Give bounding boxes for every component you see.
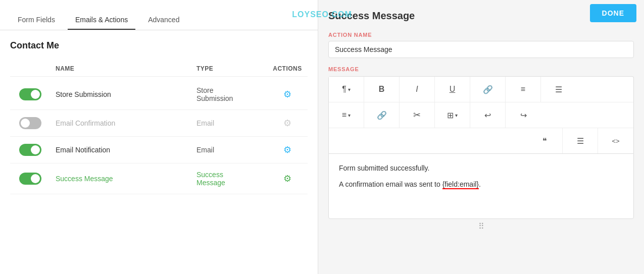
- table-header: NAME TYPE ACTIONS: [10, 61, 308, 77]
- toggle-wrap: [10, 88, 51, 100]
- row-actions-email-notification: ⚙: [267, 144, 308, 155]
- toolbar: ¶ ▾ B I U 🔗: [328, 76, 634, 153]
- app-wrapper: LOYSEO.COM DONE Form Fields Emails & Act…: [0, 0, 644, 274]
- editor-line-2-suffix: .: [479, 180, 481, 188]
- paragraph-icon: ¶: [342, 85, 346, 94]
- link-icon: 🔗: [483, 85, 493, 94]
- bold-icon: B: [379, 85, 385, 94]
- toggle-email-notification[interactable]: [19, 144, 41, 156]
- done-button[interactable]: DONE: [590, 4, 636, 22]
- col-toggle: [10, 65, 51, 72]
- row-type-success-message: SuccessMessage: [196, 171, 267, 187]
- message-label: MESSAGE: [328, 66, 634, 72]
- toolbar-btn-link[interactable]: 🔗: [470, 77, 506, 102]
- row-actions-email-confirmation: ⚙: [267, 118, 308, 129]
- editor-content[interactable]: Form submitted successfully. A confirmat…: [328, 153, 634, 219]
- gear-icon-store-submission[interactable]: ⚙: [283, 89, 291, 100]
- italic-icon: I: [416, 85, 418, 94]
- unlink-icon: ✂: [413, 109, 421, 121]
- toolbar-row-2: ≡ ▾ 🔗 ✂ ⊞ ▾: [329, 102, 633, 128]
- toolbar-btn-redo[interactable]: ↪: [506, 102, 541, 128]
- tab-emails-actions[interactable]: Emails & Actions: [68, 11, 135, 30]
- tab-bar: Form Fields Emails & Actions Advanced: [0, 0, 318, 30]
- row-type-email-notification: Email: [196, 146, 267, 154]
- hyperlink-icon: 🔗: [377, 111, 387, 120]
- col-name-header: NAME: [51, 65, 196, 72]
- align-icon: ≡: [342, 111, 346, 120]
- toggle-wrap: [10, 117, 51, 129]
- row-type-store-submission: StoreSubmission: [196, 86, 267, 102]
- table-row: Store Submission StoreSubmission ⚙: [10, 79, 308, 110]
- unordered-list-icon: ☰: [555, 85, 562, 94]
- toggle-wrap: [10, 144, 51, 156]
- panel-title: Contact Me: [10, 40, 308, 51]
- editor-line-2-prefix: A confirmation email was sent to: [339, 180, 442, 188]
- toggle-wrap: [10, 173, 51, 185]
- toggle-success-message[interactable]: [19, 173, 41, 185]
- toolbar-btn-bold[interactable]: B: [364, 77, 400, 102]
- row-name-email-notification: Email Notification: [51, 146, 196, 154]
- toolbar-btn-ordered-list[interactable]: ≡: [506, 77, 541, 102]
- gear-icon-email-notification[interactable]: ⚙: [283, 144, 291, 155]
- row-actions-store-submission: ⚙: [267, 89, 308, 100]
- gear-icon-success-message[interactable]: ⚙: [283, 173, 291, 184]
- app-container: Form Fields Emails & Actions Advanced Co…: [0, 0, 644, 274]
- editor-section: MESSAGE ¶ ▾ B I U: [328, 66, 634, 234]
- toolbar-btn-quote[interactable]: ❝: [527, 128, 563, 153]
- underline-icon: U: [450, 85, 456, 94]
- toolbar-btn-paragraph[interactable]: ¶ ▾: [329, 77, 364, 102]
- toolbar-btn-unlink[interactable]: ✂: [400, 102, 435, 128]
- dropdown-arrow-2: ▾: [348, 113, 351, 118]
- toolbar-btn-italic[interactable]: I: [400, 77, 435, 102]
- dropdown-arrow-3: ▾: [455, 113, 458, 118]
- action-name-group: ACTION NAME: [328, 32, 634, 58]
- editor-resize-handle[interactable]: ⠿: [328, 219, 634, 234]
- action-name-input[interactable]: [328, 41, 634, 58]
- undo-icon: ↩: [484, 111, 491, 120]
- row-actions-success-message: ⚙: [267, 173, 308, 184]
- col-actions-header: ACTIONS: [267, 65, 308, 72]
- toolbar-btn-undo[interactable]: ↩: [470, 102, 506, 128]
- toggle-email-confirmation[interactable]: [19, 117, 41, 129]
- table-row: Success Message SuccessMessage ⚙: [10, 163, 308, 194]
- panel-content: Contact Me NAME TYPE ACTIONS Store Submi…: [0, 30, 318, 274]
- quote-icon: ❝: [542, 136, 547, 146]
- code-icon: <>: [612, 137, 619, 145]
- ordered-list-icon: ≡: [521, 85, 525, 94]
- editor-field-tag: {field:email}: [442, 180, 479, 189]
- tab-advanced[interactable]: Advanced: [140, 11, 187, 30]
- tab-form-fields[interactable]: Form Fields: [10, 11, 63, 30]
- editor-line-2: A confirmation email was sent to {field:…: [339, 180, 623, 188]
- row-name-email-confirmation: Email Confirmation: [51, 119, 196, 127]
- action-name-label: ACTION NAME: [328, 32, 634, 38]
- toolbar-btn-code[interactable]: <>: [598, 128, 633, 153]
- left-panel: Form Fields Emails & Actions Advanced Co…: [0, 0, 318, 274]
- toolbar-btn-hyperlink[interactable]: 🔗: [364, 102, 400, 128]
- right-panel-title: Success Message: [328, 10, 634, 22]
- right-panel: Success Message ACTION NAME MESSAGE ¶ ▾ …: [318, 0, 644, 274]
- row-type-email-confirmation: Email: [196, 119, 267, 127]
- toggle-store-submission[interactable]: [19, 88, 41, 100]
- toolbar-row-1: ¶ ▾ B I U 🔗: [329, 77, 633, 102]
- row-name-success-message: Success Message: [51, 175, 196, 183]
- editor-line-1: Form submitted successfully.: [339, 164, 623, 172]
- toolbar-btn-align[interactable]: ≡ ▾: [329, 102, 364, 128]
- table-icon: ⊞: [447, 111, 454, 120]
- format-icon: ☰: [577, 136, 584, 146]
- table-row: Email Notification Email ⚙: [10, 137, 308, 163]
- toolbar-btn-underline[interactable]: U: [435, 77, 470, 102]
- dropdown-arrow: ▾: [348, 87, 351, 92]
- col-type-header: TYPE: [196, 65, 267, 72]
- redo-icon: ↪: [520, 111, 527, 120]
- table-row: Email Confirmation Email ⚙: [10, 110, 308, 137]
- toolbar-btn-unordered-list[interactable]: ☰: [541, 77, 576, 102]
- row-name-store-submission: Store Submission: [51, 90, 196, 98]
- toolbar-btn-table[interactable]: ⊞ ▾: [435, 102, 470, 128]
- toolbar-row-3: ❝ ☰ <>: [329, 128, 633, 153]
- toolbar-btn-format[interactable]: ☰: [563, 128, 598, 153]
- gear-icon-email-confirmation[interactable]: ⚙: [283, 118, 291, 129]
